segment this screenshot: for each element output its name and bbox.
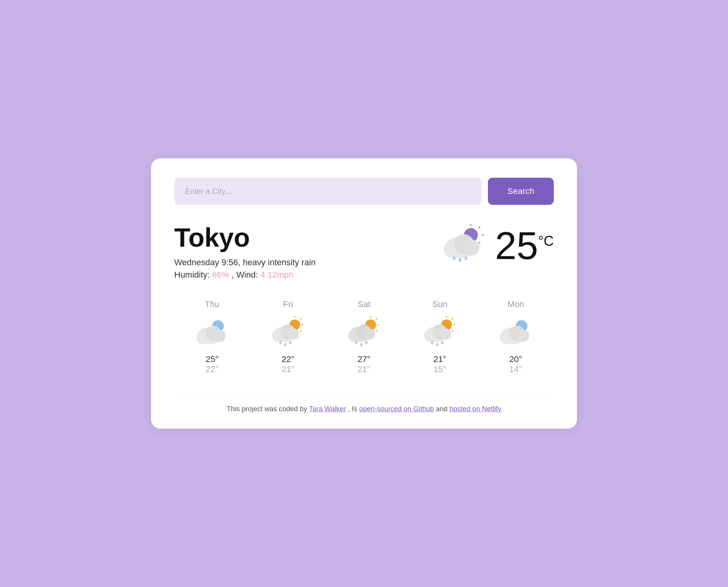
svg-line-4 bbox=[479, 242, 480, 244]
temp-high-thu: 25° bbox=[206, 354, 218, 364]
svg-line-45 bbox=[452, 330, 453, 331]
svg-point-10 bbox=[459, 258, 461, 262]
day-label-fri: Fri bbox=[283, 299, 293, 309]
temp-low-sun: 15° bbox=[433, 364, 446, 374]
svg-line-19 bbox=[300, 318, 301, 319]
footer-github-link[interactable]: open-sourced on Github bbox=[359, 405, 434, 413]
weather-description: Wednesday 9:56, heavy intensity rain bbox=[174, 257, 316, 268]
forecast-icon-sun bbox=[422, 316, 457, 347]
svg-point-26 bbox=[280, 341, 282, 345]
search-row: Search bbox=[174, 178, 554, 205]
temp-high-sun: 21° bbox=[433, 354, 446, 364]
day-label-thu: Thu bbox=[205, 299, 220, 309]
humidity-label: Humidity: bbox=[174, 270, 210, 280]
current-weather-right: 25°C bbox=[441, 224, 554, 267]
svg-point-57 bbox=[517, 330, 529, 342]
svg-point-27 bbox=[285, 343, 287, 347]
temp-low-fri: 21° bbox=[282, 364, 294, 374]
svg-point-11 bbox=[465, 256, 467, 260]
svg-point-9 bbox=[453, 256, 455, 260]
svg-point-40 bbox=[366, 341, 367, 345]
svg-point-25 bbox=[288, 329, 299, 340]
temp-high-mon: 20° bbox=[509, 354, 522, 364]
svg-point-52 bbox=[441, 341, 443, 345]
footer-text-and: and bbox=[436, 405, 450, 413]
current-weather-section: Tokyo Wednesday 9:56, heavy intensity ra… bbox=[174, 224, 554, 280]
city-search-input[interactable] bbox=[174, 178, 482, 205]
footer-author-link[interactable]: Tara Walker bbox=[309, 405, 346, 413]
forecast-row: Thu 25° 22° Fri bbox=[174, 299, 554, 374]
humidity-value: 66% bbox=[212, 270, 229, 280]
temp-pair-thu: 25° 22° bbox=[206, 354, 218, 374]
city-name: Tokyo bbox=[174, 224, 316, 251]
svg-point-16 bbox=[213, 330, 226, 342]
svg-line-2 bbox=[479, 227, 480, 228]
svg-line-31 bbox=[376, 318, 377, 319]
temp-pair-mon: 20° 14° bbox=[509, 354, 522, 374]
weather-card: Search Tokyo Wednesday 9:56, heavy inten… bbox=[151, 158, 577, 429]
forecast-day-sat: Sat bbox=[326, 299, 402, 374]
temp-pair-fri: 22° 21° bbox=[282, 354, 294, 374]
svg-line-43 bbox=[452, 318, 453, 319]
svg-point-8 bbox=[464, 240, 479, 255]
forecast-icon-thu bbox=[195, 316, 230, 347]
svg-point-50 bbox=[431, 341, 433, 345]
day-label-mon: Mon bbox=[508, 299, 524, 309]
temp-high-fri: 22° bbox=[282, 354, 294, 364]
forecast-icon-fri bbox=[271, 316, 306, 347]
footer: This project was coded by Tara Walker , … bbox=[174, 394, 554, 413]
temp-low-mon: 14° bbox=[509, 364, 522, 374]
footer-netlify-link[interactable]: hosted on Netlify bbox=[450, 405, 501, 413]
footer-text-before: This project was coded by bbox=[227, 405, 309, 413]
temp-pair-sat: 27° 21° bbox=[357, 354, 370, 374]
footer-text-middle: , Is bbox=[348, 405, 359, 413]
forecast-day-sun: Sun bbox=[402, 299, 478, 374]
forecast-icon-mon bbox=[498, 316, 533, 347]
svg-point-51 bbox=[436, 343, 438, 347]
weather-details: Humidity: 66% , Wind: 4.12mph bbox=[174, 270, 316, 280]
search-button[interactable]: Search bbox=[488, 178, 554, 205]
forecast-icon-sat bbox=[347, 316, 381, 347]
svg-point-37 bbox=[364, 329, 375, 340]
svg-point-49 bbox=[440, 329, 451, 340]
wind-label: , Wind: bbox=[232, 270, 261, 280]
forecast-day-fri: Fri bbox=[250, 299, 326, 374]
city-info: Tokyo Wednesday 9:56, heavy intensity ra… bbox=[174, 224, 316, 280]
current-weather-icon bbox=[441, 224, 487, 267]
svg-line-21 bbox=[300, 330, 301, 331]
svg-line-33 bbox=[376, 330, 377, 331]
svg-point-38 bbox=[355, 341, 357, 345]
current-temperature: 25°C bbox=[495, 226, 554, 265]
forecast-day-thu: Thu 25° 22° bbox=[174, 299, 250, 374]
temp-high-sat: 27° bbox=[357, 354, 370, 364]
temp-pair-sun: 21° 15° bbox=[433, 354, 446, 374]
day-label-sat: Sat bbox=[357, 299, 370, 309]
wind-value: 4.12mph bbox=[261, 270, 294, 280]
temp-low-thu: 22° bbox=[206, 364, 218, 374]
svg-point-39 bbox=[361, 343, 362, 347]
svg-point-28 bbox=[290, 341, 292, 345]
temp-low-sat: 21° bbox=[357, 364, 370, 374]
day-label-sun: Sun bbox=[432, 299, 447, 309]
forecast-day-mon: Mon 20° 14° bbox=[478, 299, 554, 374]
